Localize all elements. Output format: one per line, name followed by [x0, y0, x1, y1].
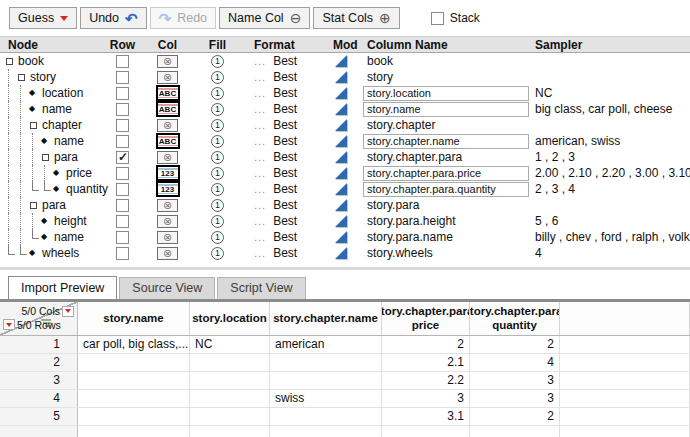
tree-node[interactable]: name [0, 229, 105, 245]
table-cell[interactable]: NC [190, 336, 270, 353]
format-cell[interactable]: ...Best [240, 117, 325, 133]
modeling-type-icon[interactable] [335, 103, 347, 115]
table-cell[interactable] [190, 408, 270, 425]
character-column-icon[interactable]: ABC [156, 85, 180, 101]
modeling-type-icon[interactable] [335, 199, 347, 211]
tree-node[interactable]: wheels [0, 245, 105, 261]
stat-cols-button[interactable]: Stat Cols ⊕ [313, 7, 399, 29]
table-cell[interactable]: 4 [470, 354, 560, 371]
fill-count-icon[interactable]: 1 [211, 151, 224, 164]
row-checkbox[interactable] [116, 135, 129, 148]
row-checkbox[interactable] [116, 103, 129, 116]
row-checkbox[interactable] [116, 71, 129, 84]
fill-count-icon[interactable]: 1 [211, 71, 224, 84]
fill-count-icon[interactable]: 1 [211, 231, 224, 244]
format-cell[interactable]: ...Best [240, 149, 325, 165]
format-cell[interactable]: ...Best [240, 197, 325, 213]
table-cell[interactable] [270, 354, 382, 371]
stack-checkbox[interactable] [431, 12, 444, 25]
tree-node[interactable]: para [0, 197, 105, 213]
fill-count-icon[interactable]: 1 [211, 247, 224, 260]
preview-column-header[interactable]: story.location [190, 302, 270, 335]
tab-source-view[interactable]: Source View [119, 277, 215, 299]
table-cell[interactable] [190, 354, 270, 371]
row-checkbox[interactable] [116, 87, 129, 100]
rows-menu-button[interactable] [3, 319, 15, 330]
column-name-input[interactable]: story.chapter.para.price [363, 166, 529, 181]
table-cell[interactable]: 3 [470, 390, 560, 407]
fill-count-icon[interactable]: 1 [211, 87, 224, 100]
table-cell[interactable] [190, 390, 270, 407]
row-number[interactable]: 3 [0, 372, 78, 389]
format-cell[interactable]: ...Best [240, 165, 325, 181]
preview-column-header[interactable] [560, 302, 690, 335]
numeric-column-icon[interactable]: 123 [156, 165, 180, 181]
tree-node[interactable]: quantity [0, 181, 105, 197]
column-name-input[interactable]: story.name [363, 102, 529, 117]
modeling-type-icon[interactable] [335, 215, 347, 227]
format-cell[interactable]: ...Best [240, 229, 325, 245]
row-checkbox[interactable] [116, 199, 129, 212]
format-cell[interactable]: ...Best [240, 133, 325, 149]
table-cell[interactable]: 2.1 [382, 354, 470, 371]
fill-count-icon[interactable]: 1 [211, 135, 224, 148]
guess-button[interactable]: Guess [9, 7, 77, 29]
table-cell[interactable]: 2 [382, 336, 470, 353]
tree-node[interactable]: height [0, 213, 105, 229]
character-column-icon[interactable]: ABC [156, 133, 180, 149]
format-cell[interactable]: ...Best [240, 101, 325, 117]
columns-menu-button[interactable] [62, 306, 74, 317]
format-cell[interactable]: ...Best [240, 85, 325, 101]
row-checkbox[interactable] [116, 119, 129, 132]
column-name-input[interactable]: story.chapter.name [363, 134, 529, 149]
table-cell[interactable]: 2 [470, 336, 560, 353]
format-cell[interactable]: ...Best [240, 53, 325, 69]
tab-import-preview[interactable]: Import Preview [8, 276, 117, 299]
fill-count-icon[interactable]: 1 [211, 215, 224, 228]
no-column-icon[interactable]: ⊗ [157, 199, 178, 212]
tree-node[interactable]: story [0, 69, 105, 85]
table-cell[interactable] [190, 372, 270, 389]
row-number[interactable]: 1 [0, 336, 78, 353]
no-column-icon[interactable]: ⊗ [157, 119, 178, 132]
fill-count-icon[interactable]: 1 [211, 199, 224, 212]
modeling-type-icon[interactable] [335, 135, 347, 147]
name-col-button[interactable]: Name Col ⊖ [219, 7, 310, 29]
row-number[interactable]: 5 [0, 408, 78, 425]
preview-column-header[interactable]: story.chapter.para.price [382, 302, 470, 335]
column-name-input[interactable]: story.location [363, 86, 529, 101]
table-cell[interactable] [270, 408, 382, 425]
format-cell[interactable]: ...Best [240, 181, 325, 197]
modeling-type-icon[interactable] [335, 231, 347, 243]
row-checkbox[interactable] [116, 167, 129, 180]
no-column-icon[interactable]: ⊗ [157, 151, 178, 164]
preview-column-header[interactable]: story.chapter.name [270, 302, 382, 335]
table-cell[interactable] [78, 354, 190, 371]
table-cell[interactable]: car poll, big class,... [78, 336, 190, 353]
table-cell[interactable] [78, 372, 190, 389]
modeling-type-icon[interactable] [335, 151, 347, 163]
modeling-type-icon[interactable] [335, 55, 347, 67]
table-cell[interactable] [270, 372, 382, 389]
fill-count-icon[interactable]: 1 [211, 167, 224, 180]
undo-button[interactable]: Undo ↶ [80, 7, 146, 29]
fill-count-icon[interactable]: 1 [211, 119, 224, 132]
fill-count-icon[interactable]: 1 [211, 55, 224, 68]
no-column-icon[interactable]: ⊗ [157, 71, 178, 84]
table-cell[interactable]: 2.2 [382, 372, 470, 389]
tree-node[interactable]: book [0, 53, 105, 69]
tree-node[interactable]: price [0, 165, 105, 181]
table-cell[interactable]: 3 [470, 372, 560, 389]
row-checkbox[interactable] [116, 151, 129, 164]
modeling-type-icon[interactable] [335, 183, 347, 195]
table-cell[interactable] [78, 408, 190, 425]
character-column-icon[interactable]: ABC [156, 101, 180, 117]
table-cell[interactable]: american [270, 336, 382, 353]
row-checkbox[interactable] [116, 247, 129, 260]
table-cell[interactable]: swiss [270, 390, 382, 407]
row-checkbox[interactable] [116, 215, 129, 228]
preview-column-header[interactable]: story.chapter.para.quantity [470, 302, 560, 335]
row-checkbox[interactable] [116, 55, 129, 68]
table-cell[interactable]: 2 [470, 408, 560, 425]
tree-node[interactable]: location [0, 85, 105, 101]
